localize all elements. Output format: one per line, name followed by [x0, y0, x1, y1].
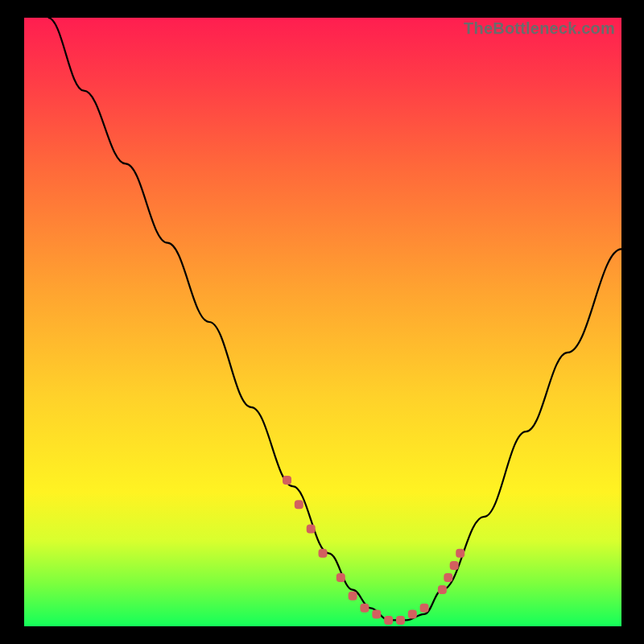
chart-svg	[24, 18, 621, 626]
highlight-marker	[372, 609, 381, 618]
highlight-marker	[456, 549, 464, 558]
highlight-marker	[307, 525, 316, 534]
highlight-marker	[420, 604, 429, 613]
highlight-marker	[349, 592, 357, 601]
highlight-marker	[450, 561, 459, 570]
highlight-marker	[384, 616, 393, 625]
highlight-marker	[408, 609, 417, 618]
highlight-marker	[319, 549, 328, 558]
bottleneck-curve-line	[48, 18, 621, 620]
chart-plot-area: TheBottleneck.com	[24, 18, 621, 626]
highlight-markers-group	[283, 476, 464, 625]
highlight-marker	[295, 500, 303, 509]
highlight-marker	[396, 616, 405, 625]
highlight-marker	[336, 573, 345, 582]
highlight-marker	[360, 604, 369, 613]
highlight-marker	[444, 573, 452, 582]
highlight-marker	[438, 585, 447, 594]
highlight-marker	[283, 476, 291, 485]
